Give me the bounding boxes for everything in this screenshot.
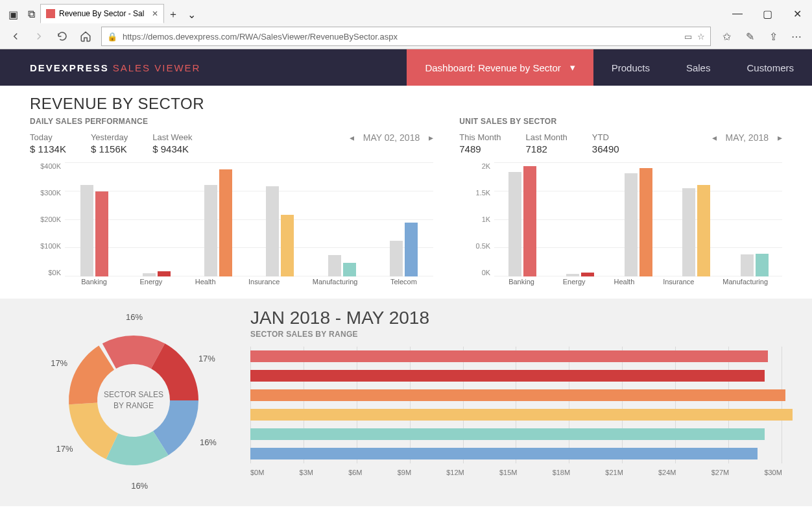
tab-preview-icon[interactable]: ⧉ (22, 5, 40, 23)
prev-date-icon[interactable]: ◂ (350, 132, 354, 143)
close-icon[interactable]: ✕ (782, 4, 812, 23)
tab-title: Revenue By Sector - Sal (59, 9, 144, 18)
tab-actions-icon[interactable]: ⌄ (182, 5, 200, 23)
maximize-icon[interactable]: ▢ (752, 4, 782, 23)
lock-icon: 🔒 (107, 32, 117, 42)
bar[interactable] (95, 191, 108, 276)
bar[interactable] (405, 223, 418, 276)
kpi-label: YTD (592, 132, 619, 142)
nav-sales[interactable]: Sales (668, 49, 729, 86)
more-icon[interactable]: ⋯ (789, 29, 804, 44)
panel-units-heading: UNIT SALES BY SECTOR (459, 117, 782, 126)
range-title: JAN 2018 - MAY 2018 (250, 308, 782, 328)
donut-label: BY RANGE (104, 400, 163, 411)
page-title: REVENUE BY SECTOR (30, 95, 782, 113)
hbar[interactable] (250, 350, 768, 362)
x-axis: BankingEnergyHealthInsuranceManufacturin… (65, 278, 433, 292)
chevron-down-icon: ▾ (570, 62, 575, 73)
brand-sub: SALES VIEWER (113, 62, 201, 73)
bars (494, 162, 782, 276)
kpi-ytd: YTD 36490 (592, 132, 619, 154)
url-text: https://demos.devexpress.com/RWA/SalesVi… (123, 32, 398, 42)
forward-icon[interactable] (31, 29, 47, 44)
app-header: DEVEXPRESS SALES VIEWER Dashboard: Reven… (0, 49, 812, 86)
notes-icon[interactable]: ✎ (742, 29, 758, 44)
bar[interactable] (639, 168, 652, 276)
nav-dashboard-label: Dashboard: Revenue by Sector (425, 62, 560, 73)
browser-tab[interactable]: Revenue By Sector - Sal ✕ (40, 4, 164, 23)
minimize-icon[interactable]: — (722, 4, 752, 23)
bar[interactable] (581, 273, 594, 276)
kpi-label: This Month (459, 132, 501, 142)
share-icon[interactable]: ⇪ (765, 29, 781, 44)
home-icon[interactable] (78, 29, 93, 44)
bar[interactable] (266, 186, 279, 276)
kpi-today: Today $ 1134K (30, 132, 66, 154)
kpi-label: Last Month (526, 132, 567, 142)
bar[interactable] (508, 172, 521, 276)
panel-daily-heading: DAILY SALES PERFORMANCE (30, 117, 433, 126)
bar[interactable] (204, 185, 217, 276)
bar[interactable] (281, 215, 294, 276)
hbar[interactable] (250, 448, 758, 459)
hbar[interactable] (250, 370, 765, 382)
reading-view-icon[interactable]: ▭ (684, 32, 692, 42)
chart-daily: $400K$300K$200K$100K$0K BankingEnergyHea… (30, 162, 433, 292)
prev-date-icon[interactable]: ◂ (712, 132, 717, 143)
brand-text: DEVEXPRESS (30, 62, 109, 73)
kpi-value: 7489 (459, 143, 501, 154)
kpi-label: Last Week (152, 132, 192, 142)
panel-daily: DAILY SALES PERFORMANCE Today $ 1134K Ye… (30, 117, 433, 292)
nav-customers[interactable]: Customers (728, 49, 812, 86)
pct-label: 17% (56, 444, 73, 454)
bar[interactable] (697, 185, 710, 276)
hbar[interactable] (250, 428, 765, 440)
hbar[interactable] (250, 389, 785, 401)
bar[interactable] (390, 241, 403, 276)
bar[interactable] (523, 166, 536, 276)
favorites-icon[interactable]: ✩ (719, 29, 734, 44)
pct-label: 17% (198, 354, 215, 363)
window-group-icon[interactable]: ▣ (4, 5, 22, 23)
bar[interactable] (741, 254, 754, 276)
nav-products[interactable]: Products (593, 49, 668, 86)
bar[interactable] (625, 173, 638, 276)
panel-range: JAN 2018 - MAY 2018 SECTOR SALES BY RANG… (250, 308, 782, 493)
x-axis: BankingEnergyHealthInsuranceManufacturin… (494, 278, 782, 292)
kpi-value: $ 9434K (152, 143, 192, 154)
donut-center-label: SECTOR SALES BY RANGE (104, 389, 163, 411)
kpi-yesterday: Yesterday $ 1156K (91, 132, 128, 154)
bar[interactable] (80, 185, 93, 276)
next-date-icon[interactable]: ▸ (778, 132, 782, 143)
bar[interactable] (566, 274, 579, 276)
browser-chrome: ▣ ⧉ Revenue By Sector - Sal ✕ ＋ ⌄ — ▢ ✕ … (0, 0, 812, 49)
bar[interactable] (343, 263, 356, 276)
bar[interactable] (756, 254, 769, 276)
y-axis: $400K$300K$200K$100K$0K (30, 162, 65, 292)
pct-label: 16% (126, 312, 143, 322)
next-date-icon[interactable]: ▸ (429, 132, 433, 143)
address-bar[interactable]: 🔒 https://demos.devexpress.com/RWA/Sales… (101, 27, 711, 46)
bar[interactable] (328, 255, 341, 276)
new-tab-icon[interactable]: ＋ (164, 5, 182, 23)
pct-label: 16% (131, 481, 148, 491)
favorite-icon[interactable]: ☆ (697, 32, 705, 42)
close-tab-icon[interactable]: ✕ (152, 9, 158, 18)
chart-donut: SECTOR SALES BY RANGE 16%17%16%16%17%17% (30, 308, 237, 493)
date-label: MAY, 2018 (726, 132, 769, 143)
kpi-lastweek: Last Week $ 9434K (152, 132, 192, 154)
kpi-label: Today (30, 132, 66, 142)
bars (65, 162, 433, 276)
back-icon[interactable] (8, 29, 23, 44)
nav-dashboard[interactable]: Dashboard: Revenue by Sector ▾ (407, 49, 593, 86)
kpi-lastmonth: Last Month 7182 (526, 132, 567, 154)
pct-label: 16% (200, 437, 217, 447)
kpi-label: Yesterday (91, 132, 128, 142)
refresh-icon[interactable] (54, 29, 70, 44)
bar[interactable] (158, 271, 171, 276)
bar[interactable] (682, 188, 695, 276)
bar[interactable] (219, 169, 232, 276)
bar[interactable] (143, 273, 156, 276)
hbar[interactable] (250, 409, 793, 421)
chart-units: 2K1.5K1K0.5K0K BankingEnergyHealthInsura… (459, 162, 782, 292)
